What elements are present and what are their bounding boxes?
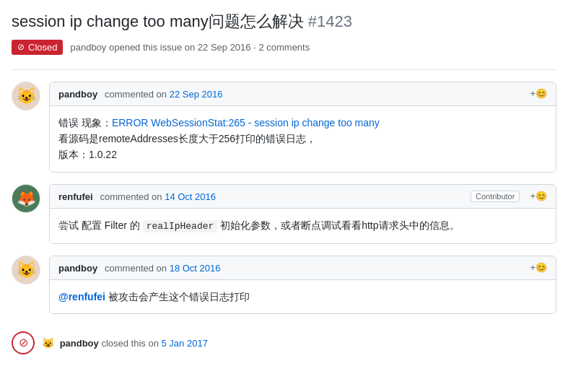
comment-header: pandboy commented on 22 Sep 2016 +😊	[50, 82, 556, 106]
closed-event-icon: ⊘	[12, 331, 35, 354]
comment-date: commented on 22 Sep 2016	[105, 89, 222, 100]
comment-header: pandboy commented on 18 Oct 2016 +😊	[50, 256, 556, 280]
comment-header: renfufei commented on 14 Oct 2016 Contri…	[50, 185, 556, 209]
avatar: 🦊	[12, 184, 40, 213]
comment-date: commented on 14 Oct 2016	[100, 191, 216, 202]
issue-title: session ip change too many问题怎么解决 #1423	[12, 12, 556, 32]
avatar: 😺	[12, 256, 40, 284]
comment-author[interactable]: renfufei	[58, 191, 93, 202]
comment-author[interactable]: pandboy	[58, 89, 97, 100]
closed-actor: pandboy	[60, 338, 99, 349]
emoji-button[interactable]: +😊	[530, 88, 547, 99]
closed-date-link[interactable]: 5 Jan 2017	[162, 338, 208, 349]
code-snippet: realIpHeader	[143, 220, 218, 232]
contributor-badge: Contributor	[471, 191, 520, 202]
comment-body: 错误 现象：ERROR WebSessionStat:265 - session…	[50, 106, 556, 172]
comment-block: 😺 pandboy commented on 22 Sep 2016 +😊 错误…	[12, 82, 556, 173]
comment-date-link[interactable]: 14 Oct 2016	[165, 191, 216, 202]
comments-section: 😺 pandboy commented on 22 Sep 2016 +😊 错误…	[12, 69, 556, 360]
comment-block: 😺 pandboy commented on 18 Oct 2016 +😊 @r…	[12, 256, 556, 314]
comment-body: 尝试 配置 Filter 的 realIpHeader 初始化参数，或者断点调试…	[50, 209, 556, 243]
status-label: Closed	[28, 42, 57, 53]
issue-meta: ⊘ Closed pandboy opened this issue on 22…	[12, 40, 556, 55]
status-badge: ⊘ Closed	[12, 40, 63, 55]
issue-number: #1423	[308, 12, 352, 30]
comment-body: @renfufei 被攻击会产生这个错误日志打印	[50, 280, 556, 313]
closed-event: ⊘ 😺 pandboy closed this on 5 Jan 2017	[12, 326, 556, 360]
comment-box: pandboy commented on 18 Oct 2016 +😊 @ren…	[49, 256, 556, 314]
closed-badge-icon: ⊘	[17, 42, 25, 52]
emoji-button[interactable]: +😊	[530, 262, 547, 273]
comment-block: 🦊 renfufei commented on 14 Oct 2016 Cont…	[12, 184, 556, 244]
comment-box: renfufei commented on 14 Oct 2016 Contri…	[49, 184, 556, 244]
emoji-button[interactable]: +😊	[530, 191, 547, 201]
comment-date: commented on 18 Oct 2016	[105, 263, 220, 274]
comment-author[interactable]: pandboy	[58, 263, 97, 274]
avatar: 😺	[12, 82, 40, 110]
comment-date-link[interactable]: 18 Oct 2016	[170, 263, 221, 274]
issue-meta-text: pandboy opened this issue on 22 Sep 2016…	[70, 42, 310, 53]
mention-link[interactable]: @renfufei	[58, 291, 105, 302]
comment-box: pandboy commented on 22 Sep 2016 +😊 错误 现…	[49, 82, 556, 173]
comment-date-link[interactable]: 22 Sep 2016	[170, 89, 223, 100]
